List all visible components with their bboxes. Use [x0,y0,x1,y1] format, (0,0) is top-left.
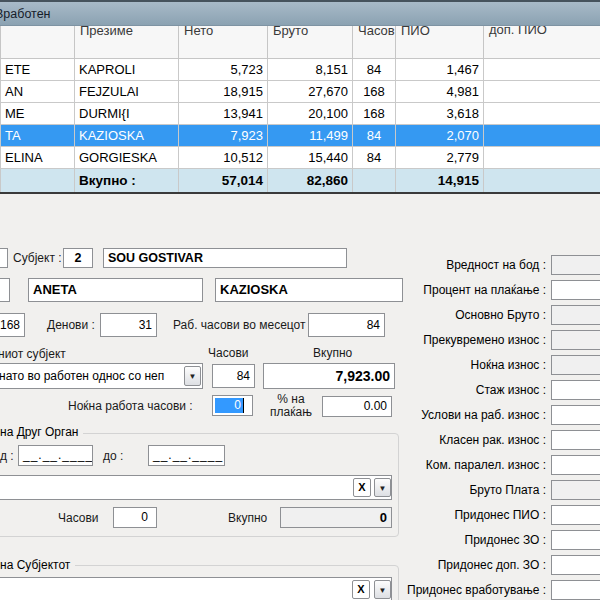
cell-total-hours [353,169,396,194]
point-value-field [551,255,600,275]
text-caret [243,398,244,413]
contribution-zo-label: Придонес ЗО : [380,530,546,550]
table-row[interactable]: AN FEJZULAI 18,915 27,670 168 4,981 [1,81,600,103]
cell-dop-pio [484,103,600,125]
cell-total-neto: 57,014 [179,169,268,194]
table-row[interactable]: ETE KAPROLI 5,723 8,151 84 1,467 [1,59,600,81]
night-hours-label: Ноќна работа часови : [68,399,193,413]
cell-surname: KAPROLI [75,59,179,81]
contribution-employment-label: Придонес вработување : [380,580,546,600]
contribution-dop-zo-label: Придонес доп. ЗО : [380,555,546,575]
cell-dop-pio [484,147,600,169]
pay-percent-label: % на плаќањ [262,393,320,419]
table-row[interactable]: ME DURMI{I 13,941 20,100 168 3,618 [1,103,600,125]
contribution-dop-zo-field[interactable] [551,555,600,575]
first-name-field[interactable]: ANETA [28,278,203,302]
month-total-hours-field[interactable]: 168 [0,313,25,337]
date-from-label: д : [0,449,14,463]
other-organ-hours-label: Часови [58,511,99,525]
chevron-down-icon: ▼ [189,372,197,381]
selected-text: 0 [215,398,243,413]
subject-label: Субјект : [13,251,62,265]
cell-neto: 10,512 [179,147,268,169]
contribution-pio-field[interactable] [551,505,600,525]
payroll-window: убјект : SOU GOSTIVAR Презиме Нето Бруто… [0,0,600,600]
cell-surname: DURMI{I [75,103,179,125]
employment-type-dropdown-button[interactable]: ▼ [184,366,201,386]
days-field[interactable]: 31 [100,313,157,337]
cell-name: AN [1,81,75,103]
cell-hours: 84 [353,125,396,147]
night-hours-input[interactable]: 0 [212,395,253,416]
cell-hours: 168 [353,81,396,103]
cell-name: ELINA [1,147,75,169]
date-to-label: до : [103,449,123,463]
other-organ-total-label: Вкупно [228,511,267,525]
payment-percent-field[interactable] [551,280,600,300]
date-from-input[interactable]: __.__.____ [18,445,93,466]
cell-surname: KAZIOSKA [75,125,179,147]
cell-pio: 1,467 [396,59,484,81]
table-row[interactable]: ELINA GORGIESKA 10,512 15,440 84 2,779 [1,147,600,169]
overtime-amount-label: Прекувремено износ : [380,330,546,350]
employee-section-bar: Вработен [0,0,600,26]
cell-neto: 13,941 [179,103,268,125]
work-conditions-amount-field[interactable] [551,405,600,425]
cell-name: TA [1,125,75,147]
cell-name: ME [1,103,75,125]
point-value-label: Вредност на бод : [380,255,546,275]
base-gross-field [551,305,600,325]
cell-total-spacer [1,169,75,194]
night-amount-label: Ноќна износ : [380,355,546,375]
employment-type-combobox[interactable]: нато во работен однос со неп [0,363,203,389]
date-to-input[interactable]: __.__.____ [148,445,225,466]
employment-section-label: ниот субјект [0,347,66,361]
other-organ-clear-button[interactable]: X [353,478,371,497]
cell-pio: 2,779 [396,147,484,169]
month-hours-field[interactable]: 84 [308,313,385,337]
table-row-selected[interactable]: TA KAZIOSKA 7,923 11,499 84 2,070 [1,125,600,147]
employment-hours-field[interactable]: 84 [212,364,255,388]
cell-dop-pio [484,125,600,147]
cropped-field-fragment[interactable] [0,278,10,302]
overtime-amount-field [551,330,600,350]
com-parallel-amount-label: Ком. паралел. износ : [380,455,546,475]
class-lead-amount-field[interactable] [551,430,600,450]
cell-neto: 7,923 [179,125,268,147]
work-conditions-amount-label: Услови на раб. износ : [380,405,546,425]
subject-code-field[interactable]: 2 [63,248,93,268]
contribution-zo-field[interactable] [551,530,600,550]
other-organ-total-field: 0 [280,507,392,528]
cell-hours: 168 [353,103,396,125]
subject-clear-button[interactable]: X [352,580,370,599]
cell-total-pio: 14,915 [396,169,484,194]
subject-name-field[interactable]: SOU GOSTIVAR [103,248,347,268]
cropped-field-fragment[interactable] [0,248,8,268]
cell-bruto: 11,499 [268,125,353,147]
cell-bruto: 8,151 [268,59,353,81]
month-hours-label: Раб. часови во месецот : [173,318,312,332]
cell-total-bruto: 82,860 [268,169,353,194]
cell-hours: 84 [353,147,396,169]
cell-dop-pio [484,81,600,103]
payment-percent-label: Процент на плаќање : [380,280,546,300]
other-organ-combobox[interactable] [0,475,392,500]
com-parallel-amount-field[interactable] [551,455,600,475]
hours-column-label: Часови [208,346,249,360]
cell-pio: 2,070 [396,125,484,147]
other-organ-hours-field[interactable]: 0 [113,507,157,528]
employees-table: Презиме Нето Бруто Часов ПИО доп. ПИО ET… [0,0,600,194]
base-gross-label: Основно Бруто : [380,305,546,325]
subject-group-title: на Субјектот [0,558,75,572]
cell-total-label: Вкупно : [75,169,179,194]
table-total-row: Вкупно : 57,014 82,860 14,915 [1,169,600,194]
gross-salary-label: Бруто Плата : [380,480,546,500]
seniority-amount-field[interactable] [551,380,600,400]
subject-combobox[interactable] [0,577,392,600]
cell-total-dop-pio [484,169,600,194]
cell-surname: FEJZULAI [75,81,179,103]
contribution-employment-field[interactable] [551,580,600,600]
last-name-field[interactable]: KAZIOSKA [215,278,403,302]
cell-neto: 18,915 [179,81,268,103]
cell-pio: 3,618 [396,103,484,125]
